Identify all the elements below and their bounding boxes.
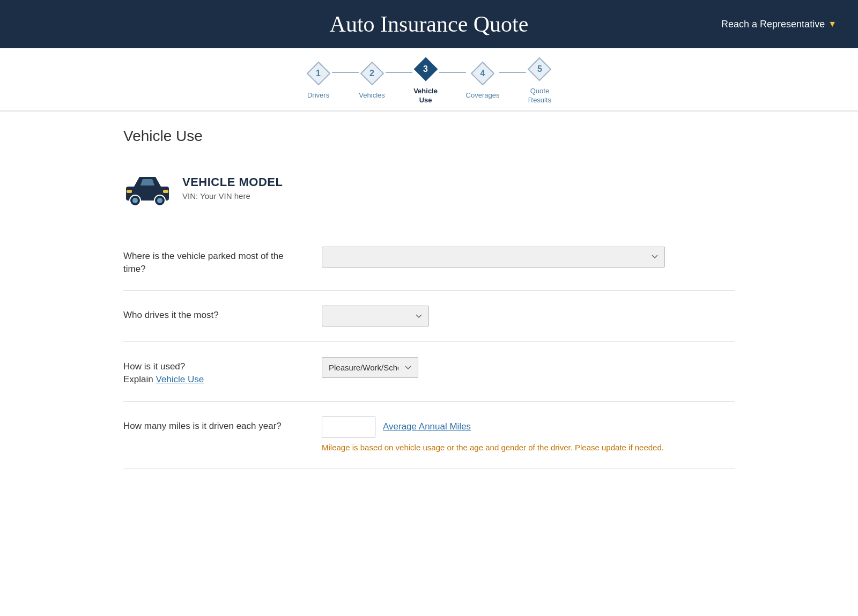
step-3-vehicle-use[interactable]: 3 VehicleUse (412, 56, 439, 105)
step-4-number: 4 (480, 69, 485, 78)
step-4-label: Coverages (466, 91, 500, 100)
miles-question-label: How many miles is it driven each year? (123, 417, 306, 433)
step-2-vehicles[interactable]: 2 Vehicles (359, 60, 386, 100)
reach-representative-button[interactable]: Reach a Representative ▼ (719, 19, 837, 30)
miles-input-row: Average Annual Miles (322, 417, 735, 437)
step-2-shape: 2 (359, 60, 386, 87)
miles-input[interactable] (322, 417, 375, 437)
parked-select[interactable]: Garage Street Driveway (322, 247, 665, 268)
driver-question-label: Who drives it the most? (123, 306, 306, 322)
step-5-results[interactable]: 5 QuoteResults (526, 56, 553, 105)
step-1-drivers[interactable]: 1 Drivers (305, 60, 332, 100)
step-2-label: Vehicles (359, 91, 384, 100)
header: Auto Insurance Quote Reach a Representat… (0, 0, 858, 48)
step-connector-4-5 (499, 72, 526, 73)
step-1-number: 1 (316, 69, 321, 78)
usage-question-row: How is it used? Explain Vehicle Use Plea… (123, 342, 735, 402)
step-5-number: 5 (537, 64, 542, 74)
vehicle-use-explain-link[interactable]: Vehicle Use (156, 374, 204, 384)
vehicle-info: VEHICLE MODEL VIN: Your VIN here (182, 175, 283, 201)
main-content: Vehicle Use VE (91, 112, 767, 486)
steps-bar: 1 Drivers 2 Vehicles 3 VehicleUse 4 (0, 48, 858, 112)
svg-point-7 (132, 198, 138, 203)
usage-select[interactable]: Pleasure/Work/School Business Farm (322, 357, 418, 378)
miles-field: Average Annual Miles Mileage is based on… (322, 417, 735, 454)
step-connector-3-4 (439, 72, 466, 73)
step-2-number: 2 (369, 69, 374, 78)
svg-point-9 (157, 198, 162, 203)
vehicle-model: VEHICLE MODEL (182, 175, 283, 189)
step-3-label: VehicleUse (413, 87, 438, 105)
step-1-shape: 1 (305, 60, 332, 87)
step-5-shape: 5 (526, 56, 553, 83)
step-4-coverages[interactable]: 4 Coverages (466, 60, 500, 100)
page-title: Vehicle Use (123, 128, 735, 145)
svg-rect-10 (127, 190, 132, 193)
driver-select[interactable]: Driver 1 Driver 2 (322, 306, 429, 326)
car-icon (123, 169, 172, 207)
miles-question-row: How many miles is it driven each year? A… (123, 402, 735, 470)
vehicle-vin: VIN: Your VIN here (182, 191, 283, 201)
step-connector-1-2 (332, 72, 359, 73)
step-3-number: 3 (423, 64, 428, 74)
driver-field: Driver 1 Driver 2 (322, 306, 735, 326)
parked-question-label: Where is the vehicle parked most of the … (123, 247, 306, 276)
step-1-label: Drivers (307, 91, 329, 100)
parked-field: Garage Street Driveway (322, 247, 735, 268)
avg-miles-link[interactable]: Average Annual Miles (383, 421, 471, 432)
parked-question-row: Where is the vehicle parked most of the … (123, 232, 735, 291)
usage-question-label: How is it used? Explain Vehicle Use (123, 357, 306, 386)
driver-question-row: Who drives it the most? Driver 1 Driver … (123, 291, 735, 342)
chevron-down-icon: ▼ (828, 19, 837, 29)
step-3-shape: 3 (412, 56, 439, 83)
step-connector-2-3 (386, 72, 412, 73)
page-header-title: Auto Insurance Quote (139, 11, 719, 37)
explain-prefix: Explain (123, 374, 156, 384)
step-5-label: QuoteResults (528, 87, 551, 105)
usage-field: Pleasure/Work/School Business Farm (322, 357, 735, 378)
reach-rep-label: Reach a Representative (721, 19, 825, 30)
mileage-note: Mileage is based on vehicle usage or the… (322, 442, 665, 454)
vehicle-card: VEHICLE MODEL VIN: Your VIN here (123, 164, 735, 212)
usage-question-text: How is it used? (123, 361, 185, 372)
step-4-shape: 4 (469, 60, 496, 87)
svg-rect-11 (163, 190, 168, 193)
